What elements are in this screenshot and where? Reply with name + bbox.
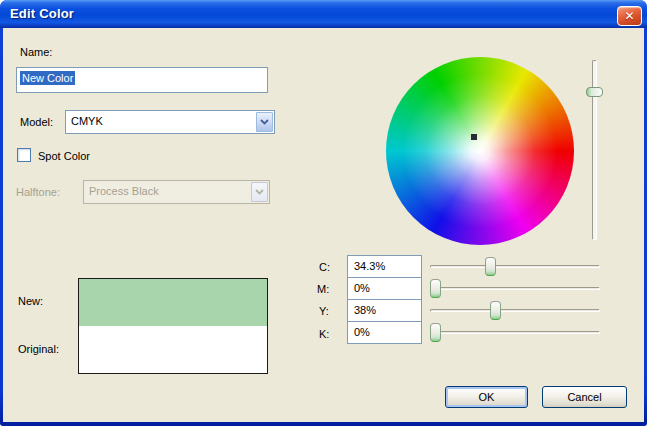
color-wheel[interactable]: [386, 57, 574, 245]
chevron-down-icon: [255, 189, 264, 195]
yellow-slider-thumb[interactable]: [490, 301, 501, 320]
model-dropdown-value: CMYK: [71, 115, 103, 127]
black-slider-track[interactable]: [430, 331, 600, 334]
magenta-slider[interactable]: [430, 279, 600, 299]
halftone-dropdown-arrow: [251, 182, 268, 202]
close-icon: ✕: [618, 9, 641, 23]
window-title: Edit Color: [10, 6, 74, 21]
black-slider-thumb[interactable]: [430, 323, 441, 342]
model-label: Model:: [20, 116, 53, 128]
black-label: K:: [319, 328, 329, 340]
name-input-selected-text: New Color: [20, 71, 75, 85]
title-bar: Edit Color: [0, 0, 647, 28]
cyan-slider[interactable]: [430, 257, 600, 277]
model-dropdown-arrow[interactable]: [256, 112, 273, 132]
cyan-slider-track[interactable]: [430, 265, 600, 268]
new-label: New:: [18, 295, 43, 307]
black-slider[interactable]: [430, 323, 600, 343]
name-label: Name:: [20, 46, 52, 58]
halftone-label: Halftone:: [16, 186, 60, 198]
cyan-label: C:: [319, 261, 330, 273]
yellow-input[interactable]: 38%: [347, 299, 422, 322]
close-button[interactable]: ✕: [617, 6, 642, 26]
cancel-button[interactable]: Cancel: [542, 386, 627, 408]
magenta-slider-track[interactable]: [430, 287, 600, 290]
new-swatch: [79, 279, 267, 326]
halftone-dropdown: Process Black: [83, 180, 270, 204]
model-dropdown[interactable]: CMYK: [65, 110, 275, 134]
brightness-slider-thumb[interactable]: [586, 87, 603, 97]
original-label: Original:: [18, 343, 59, 355]
yellow-slider[interactable]: [430, 301, 600, 321]
edit-color-dialog: Edit Color ✕ Name: New Color Model: CMYK…: [0, 0, 647, 426]
magenta-label: M:: [317, 283, 329, 295]
spot-color-checkbox[interactable]: [17, 148, 31, 162]
spot-color-label[interactable]: Spot Color: [38, 150, 90, 162]
name-input[interactable]: New Color: [16, 67, 268, 93]
color-preview: [78, 278, 268, 374]
magenta-slider-thumb[interactable]: [430, 279, 441, 298]
color-wheel-marker[interactable]: [471, 134, 477, 140]
ok-button[interactable]: OK: [445, 386, 528, 408]
chevron-down-icon: [260, 119, 269, 125]
cyan-slider-thumb[interactable]: [485, 257, 496, 276]
original-swatch: [79, 326, 267, 373]
magenta-input[interactable]: 0%: [347, 277, 422, 300]
yellow-slider-track[interactable]: [430, 309, 600, 312]
halftone-dropdown-value: Process Black: [89, 185, 159, 197]
black-input[interactable]: 0%: [347, 321, 422, 344]
yellow-label: Y:: [319, 305, 329, 317]
cyan-input[interactable]: 34.3%: [347, 255, 422, 278]
